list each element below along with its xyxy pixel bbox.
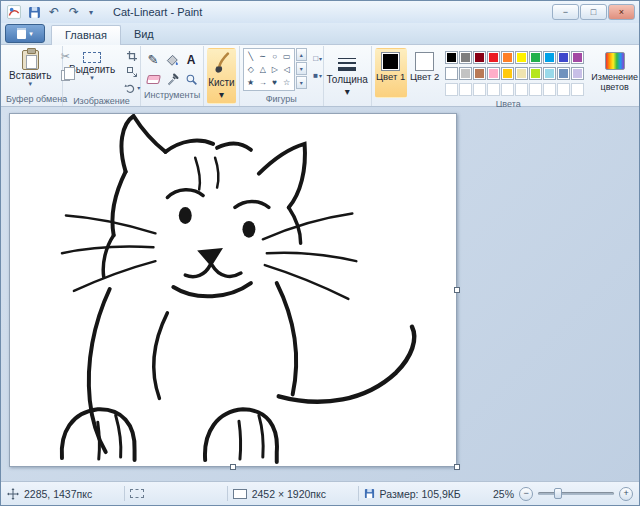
magnifier-icon — [185, 73, 198, 86]
palette-swatch[interactable] — [529, 51, 542, 64]
minimize-button[interactable]: − — [552, 4, 579, 20]
shape-item[interactable]: ▷ — [269, 63, 281, 76]
palette-empty-slot[interactable] — [571, 83, 584, 96]
fill-icon: ■ — [313, 71, 318, 80]
shape-item[interactable]: ◇ — [245, 63, 257, 76]
palette-swatch[interactable] — [473, 51, 486, 64]
close-button[interactable]: × — [608, 4, 635, 20]
palette-empty-slot[interactable] — [445, 83, 458, 96]
clipboard-group-label: Буфер обмена — [6, 93, 59, 106]
shape-item[interactable]: ★ — [245, 76, 257, 89]
save-button[interactable] — [25, 4, 43, 21]
palette-empty-slot[interactable] — [543, 83, 556, 96]
pencil-tool-button[interactable]: ✎ — [144, 50, 162, 69]
file-size-icon — [364, 488, 375, 499]
tab-home[interactable]: Главная — [51, 25, 121, 45]
palette-empty-slot[interactable] — [515, 83, 528, 96]
palette-swatch[interactable] — [445, 51, 458, 64]
chevron-down-icon: ▾ — [28, 81, 32, 87]
color2-button[interactable]: Цвет 2 — [409, 48, 441, 98]
canvas-resize-handle-right[interactable] — [454, 287, 460, 293]
image-size-value: 2452 × 1920пкс — [252, 488, 326, 500]
titlebar: ↶ ↷ ▾ Cat-Lineart - Paint − □ × — [1, 1, 639, 23]
palette-swatch[interactable] — [459, 51, 472, 64]
zoom-slider-thumb[interactable] — [554, 488, 562, 499]
palette-swatch[interactable] — [515, 51, 528, 64]
color1-swatch — [381, 52, 400, 71]
shapes-scroll-down-button[interactable]: ▾ — [296, 62, 307, 75]
paint-app-icon — [5, 4, 23, 21]
palette-swatch[interactable] — [501, 51, 514, 64]
palette-swatch[interactable] — [571, 51, 584, 64]
zoom-controls: 25% − + — [493, 486, 633, 501]
eraser-tool-button[interactable] — [144, 70, 162, 89]
cursor-position-value: 2285, 1437пкс — [24, 488, 92, 500]
palette-swatch[interactable] — [487, 67, 500, 80]
palette-swatch[interactable] — [459, 67, 472, 80]
fill-tool-button[interactable] — [163, 50, 181, 69]
palette-empty-slot[interactable] — [459, 83, 472, 96]
palette-swatch[interactable] — [445, 67, 458, 80]
shape-item[interactable]: ∼ — [257, 50, 269, 63]
palette-swatch[interactable] — [515, 67, 528, 80]
color1-button[interactable]: Цвет 1 — [375, 48, 407, 98]
zoom-slider[interactable] — [538, 486, 614, 501]
palette-empty-slot[interactable] — [473, 83, 486, 96]
group-tools: ✎ A Инструменты — [141, 46, 204, 106]
shape-item[interactable]: → — [257, 76, 269, 89]
maximize-button[interactable]: □ — [580, 4, 607, 20]
size-button[interactable]: Толщина ▾ — [327, 48, 368, 104]
palette-swatch[interactable] — [543, 51, 556, 64]
group-colors: Цвет 1 Цвет 2 Изменение цветов Цвета — [372, 46, 640, 106]
shapes-gallery-expand-button[interactable]: ▾ — [296, 76, 307, 89]
shapes-scroll-up-button[interactable]: ▴ — [296, 48, 307, 61]
shape-item[interactable]: ◁ — [281, 63, 293, 76]
palette-swatch[interactable] — [501, 67, 514, 80]
undo-button[interactable]: ↶ — [45, 4, 63, 21]
redo-button[interactable]: ↷ — [65, 4, 83, 21]
shapes-group-label: Фигуры — [243, 93, 320, 106]
palette-empty-slot[interactable] — [501, 83, 514, 96]
brushes-button[interactable]: Кисти ▾ — [207, 48, 236, 104]
shape-item[interactable]: ☆ — [281, 76, 293, 89]
statusbar-divider — [358, 486, 359, 501]
palette-swatch[interactable] — [571, 67, 584, 80]
palette-swatch[interactable] — [473, 67, 486, 80]
tab-view[interactable]: Вид — [121, 25, 167, 44]
palette-swatch[interactable] — [543, 67, 556, 80]
zoom-out-button[interactable]: − — [519, 487, 533, 501]
window-controls: − □ × — [552, 4, 635, 20]
canvas-resize-handle-corner[interactable] — [454, 464, 460, 470]
chevron-down-icon: ▾ — [319, 72, 322, 79]
tools-group-label: Инструменты — [144, 89, 200, 102]
shape-item[interactable]: △ — [257, 63, 269, 76]
shape-item[interactable]: ▭ — [281, 50, 293, 63]
canvas-resize-handle-bottom[interactable] — [230, 464, 236, 470]
chevron-down-icon: ▾ — [319, 55, 322, 62]
edit-colors-label: Изменение цветов — [588, 72, 640, 92]
palette-empty-slot[interactable] — [487, 83, 500, 96]
cursor-position-icon — [7, 488, 19, 500]
paint-canvas[interactable] — [9, 113, 457, 467]
palette-swatch[interactable] — [487, 51, 500, 64]
application-menu-button[interactable]: ▾ — [5, 24, 45, 43]
qat-dropdown-button[interactable]: ▾ — [85, 4, 97, 21]
edit-colors-button[interactable]: Изменение цветов — [588, 48, 640, 98]
palette-empty-slot[interactable] — [557, 83, 570, 96]
selection-size-icon — [130, 489, 144, 498]
palette-swatch[interactable] — [557, 67, 570, 80]
statusbar-divider — [124, 486, 125, 501]
text-tool-button[interactable]: A — [182, 50, 200, 69]
shape-item[interactable]: ♥ — [269, 76, 281, 89]
palette-swatch[interactable] — [557, 51, 570, 64]
group-brushes: Кисти ▾ — [204, 46, 240, 106]
paste-button[interactable]: Вставить ▾ — [6, 48, 54, 89]
palette-swatch[interactable] — [529, 67, 542, 80]
paint-window: ↶ ↷ ▾ Cat-Lineart - Paint − □ × ▾ Главна… — [0, 0, 640, 506]
color-picker-tool-button[interactable] — [163, 70, 181, 89]
shape-item[interactable]: ╲ — [245, 50, 257, 63]
magnifier-tool-button[interactable] — [182, 70, 200, 89]
palette-empty-slot[interactable] — [529, 83, 542, 96]
shape-item[interactable]: ○ — [269, 50, 281, 63]
zoom-in-button[interactable]: + — [619, 487, 633, 501]
